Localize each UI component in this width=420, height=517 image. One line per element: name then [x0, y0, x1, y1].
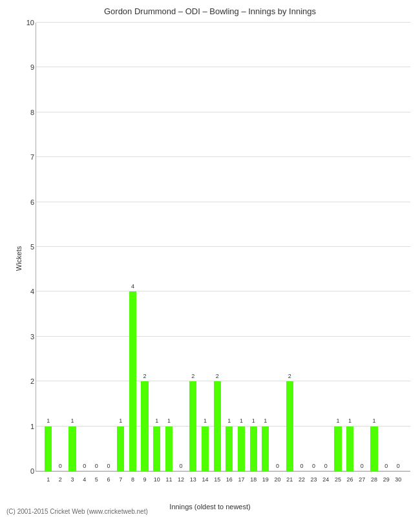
grid-line — [36, 67, 410, 67]
bar-value-label: 0 — [300, 463, 303, 469]
bar-value-label: 0 — [312, 463, 315, 469]
x-tick-label: 2 — [59, 476, 62, 483]
bar — [214, 381, 221, 471]
bar-value-label: 1 — [167, 417, 171, 424]
grid-line — [36, 426, 410, 427]
bar-value-label: 1 — [240, 417, 243, 424]
x-tick-label: 10 — [154, 476, 160, 483]
grid-line — [36, 202, 410, 202]
grid-line — [36, 470, 410, 471]
y-tick-label: 7 — [30, 153, 34, 161]
x-tick-label: 19 — [262, 476, 269, 483]
bar — [45, 427, 52, 471]
y-tick-label: 6 — [30, 198, 34, 206]
bar — [129, 291, 136, 471]
chart-area: 0123456789101102130405061748291101110122… — [36, 23, 410, 472]
chart-title: Gordon Drummond – ODI – Bowling – Inning… — [0, 0, 420, 19]
bar — [117, 427, 124, 471]
bar — [250, 427, 257, 471]
x-tick-label: 12 — [178, 476, 184, 483]
bar-value-label: 2 — [143, 373, 147, 379]
x-tick-label: 13 — [190, 476, 196, 483]
y-tick-label: 8 — [30, 109, 34, 116]
bar — [153, 427, 160, 471]
x-tick-label: 11 — [165, 476, 172, 483]
bar-value-label: 1 — [47, 417, 50, 424]
x-tick-label: 7 — [119, 476, 122, 483]
x-tick-label: 17 — [238, 476, 245, 483]
y-tick-label: 4 — [30, 288, 34, 295]
bar-value-label: 0 — [324, 463, 328, 469]
grid-line — [36, 336, 410, 337]
bar — [286, 381, 293, 471]
x-tick-label: 24 — [322, 476, 329, 483]
x-tick-label: 3 — [71, 476, 74, 483]
bar — [202, 427, 209, 471]
bar-value-label: 1 — [227, 417, 231, 424]
bar-value-label: 0 — [397, 463, 400, 469]
x-tick-label: 22 — [299, 476, 305, 483]
y-tick-label: 2 — [30, 377, 34, 385]
x-tick-label: 25 — [335, 476, 341, 483]
y-tick-label: 1 — [30, 423, 34, 430]
bar-value-label: 1 — [252, 417, 255, 424]
bar-value-label: 0 — [95, 463, 98, 469]
bar — [370, 427, 377, 471]
x-tick-label: 27 — [359, 476, 365, 483]
bar-value-label: 0 — [384, 463, 388, 469]
grid-line — [36, 156, 410, 157]
bar — [262, 427, 269, 471]
copyright: (C) 2001-2015 Cricket Web (www.cricketwe… — [6, 508, 148, 515]
bar-value-label: 1 — [264, 417, 267, 424]
grid-line — [36, 246, 410, 247]
x-tick-label: 20 — [275, 476, 281, 483]
y-tick-label: 3 — [30, 333, 34, 341]
bar-value-label: 1 — [119, 417, 122, 424]
x-tick-label: 15 — [214, 476, 220, 483]
x-tick-label: 23 — [311, 476, 317, 483]
x-tick-label: 14 — [202, 476, 208, 483]
bar-value-label: 1 — [204, 417, 207, 424]
grid-line — [36, 291, 410, 291]
bar-value-label: 0 — [276, 463, 279, 469]
grid-line — [36, 381, 410, 381]
x-tick-label: 8 — [131, 476, 134, 483]
y-tick-label: 9 — [30, 63, 34, 71]
bar-value-label: 0 — [361, 463, 364, 469]
bar-value-label: 0 — [59, 463, 62, 469]
bar — [68, 427, 76, 471]
x-tick-label: 26 — [347, 476, 353, 483]
x-tick-label: 4 — [83, 476, 86, 483]
x-tick-label: 6 — [107, 476, 110, 483]
chart-container: Gordon Drummond – ODI – Bowling – Inning… — [0, 0, 420, 517]
y-tick-label: 10 — [26, 19, 34, 26]
grid-line — [36, 22, 410, 23]
bar — [189, 381, 196, 471]
bar-value-label: 0 — [180, 463, 183, 469]
x-tick-label: 16 — [226, 476, 233, 483]
bar — [334, 427, 341, 471]
bar — [226, 427, 233, 471]
bar-value-label: 2 — [216, 373, 219, 379]
bar-value-label: 1 — [155, 417, 158, 424]
y-tick-label: 5 — [30, 243, 34, 251]
grid-line — [36, 112, 410, 112]
x-tick-label: 30 — [395, 476, 401, 483]
bar-value-label: 0 — [83, 463, 86, 469]
bar-value-label: 2 — [191, 373, 194, 379]
bar-value-label: 2 — [288, 373, 291, 379]
x-tick-label: 28 — [371, 476, 377, 483]
bar-value-label: 0 — [107, 463, 110, 469]
bar — [238, 427, 245, 471]
bar-value-label: 1 — [372, 417, 375, 424]
x-tick-label: 9 — [143, 476, 147, 483]
x-axis-label: Innings (oldest to newest) — [169, 503, 250, 511]
x-tick-label: 1 — [47, 476, 50, 483]
bar-value-label: 1 — [348, 417, 352, 424]
bar-value-label: 1 — [336, 417, 339, 424]
bar — [141, 381, 148, 471]
bar-value-label: 4 — [131, 283, 134, 290]
bar — [346, 427, 353, 471]
y-axis-label: Wickets — [15, 246, 23, 271]
bar-value-label: 1 — [71, 417, 74, 424]
